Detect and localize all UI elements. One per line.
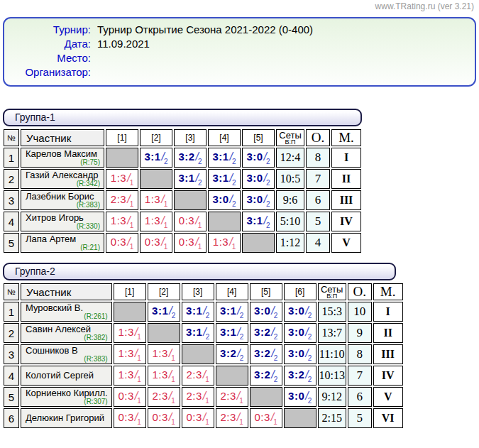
match-cell-self — [216, 366, 248, 386]
match-cell-self — [174, 190, 207, 210]
row-number: 5 — [4, 233, 19, 253]
match-cell-win: 3:0/2 — [284, 323, 316, 343]
bonus-points: 2 — [266, 222, 270, 229]
score-value: 3:1 — [186, 326, 202, 338]
bonus-points: 1 — [232, 243, 236, 251]
group-title-bar: Группа-2 — [3, 263, 396, 280]
place-cell: V — [373, 387, 403, 407]
score-bonus: /1 — [161, 236, 167, 248]
bonus-points: 2 — [164, 158, 168, 165]
participant-name: Лапа Артем — [26, 234, 100, 244]
bonus-points: 1 — [137, 376, 141, 383]
bonus-points: 1 — [137, 418, 141, 426]
participant-name: Газий Александр — [26, 170, 100, 180]
score-value: 2:3 — [220, 411, 236, 423]
match-score: 3:2/2 — [178, 151, 202, 163]
score-value: 1:3 — [145, 193, 160, 205]
group-title-bar: Группа-1 — [3, 109, 362, 126]
score-bonus: /1 — [195, 236, 202, 248]
match-score: 0:3/1 — [111, 236, 133, 248]
participant-name: Делюкин Григорий — [26, 413, 108, 423]
match-score: 3:1/2 — [220, 326, 243, 338]
match-score: 3:1/2 — [186, 326, 209, 338]
match-score: 0:3/1 — [179, 236, 202, 248]
sets-total-cell: 13:7 — [318, 323, 346, 343]
bonus-points: 1 — [171, 376, 175, 383]
match-score: 0:3/1 — [186, 411, 209, 423]
bonus-points: 2 — [266, 200, 270, 208]
match-cell-win: 3:2/2 — [250, 344, 282, 364]
tournament-info-box: Турнир: Турнир Открытие Сезона 2021-2022… — [3, 17, 476, 87]
match-cell-loss: 1:3/1 — [106, 212, 138, 231]
score-bonus: /2 — [271, 326, 277, 338]
match-score: 3:2/2 — [254, 347, 277, 359]
bonus-points: 2 — [198, 179, 202, 187]
score-value: 3:2 — [178, 151, 194, 163]
score-value: 3:1 — [178, 172, 194, 184]
col-header-round-5: [5] — [250, 283, 282, 300]
match-cell-win: 3:2/2 — [250, 366, 282, 386]
row-number: 2 — [4, 169, 19, 189]
match-score: 0:3/1 — [179, 214, 202, 226]
points-cell: 10 — [348, 302, 372, 322]
score-value: 3:1 — [220, 305, 236, 317]
player-row: 6Делюкин Григорий0:3/10:3/10:3/12:3/10:3… — [4, 408, 403, 428]
bonus-points: 2 — [232, 200, 236, 208]
match-cell-win: 3:1/2 — [140, 148, 172, 168]
participant-cell: Газий Александр(R:342) — [21, 169, 104, 189]
place-label: Место: — [11, 51, 97, 65]
bonus-points: 1 — [239, 418, 243, 426]
date-label: Дата: — [11, 37, 97, 51]
match-cell-loss: 2:3/1 — [182, 366, 214, 386]
match-cell-loss: 1:3/1 — [114, 344, 146, 364]
score-bonus: /2 — [264, 151, 270, 163]
bonus-points: 1 — [198, 243, 202, 251]
score-bonus: /1 — [169, 368, 175, 381]
player-row: 2Газий Александр(R:342)1:3/13:1/23:1/23:… — [4, 169, 361, 189]
score-bonus: /2 — [230, 193, 236, 205]
bonus-points: 1 — [239, 397, 243, 405]
match-score: 3:1/2 — [152, 305, 175, 317]
bonus-points: 1 — [205, 376, 209, 383]
participant-rating: (R:383) — [26, 356, 108, 363]
score-bonus: /2 — [237, 305, 243, 317]
match-cell-loss: 1:3/1 — [148, 344, 180, 364]
participant-cell: Колотий Сергей — [21, 366, 112, 386]
place-cell: II — [331, 169, 361, 189]
score-bonus: /1 — [161, 214, 167, 226]
participant-rating: (R:261) — [26, 313, 108, 320]
bonus-points: 2 — [274, 333, 278, 341]
match-score: 3:0/2 — [254, 305, 277, 317]
place-cell: I — [331, 148, 361, 168]
score-bonus: /2 — [237, 347, 243, 359]
score-value: 3:2 — [220, 347, 236, 359]
score-bonus: /1 — [127, 193, 133, 205]
bonus-points: 1 — [205, 397, 209, 405]
match-cell-win: 3:1/2 — [148, 302, 180, 322]
match-score: 1:3/1 — [118, 347, 141, 359]
match-score: 2:3/1 — [152, 390, 175, 402]
score-value: 3:2 — [254, 326, 270, 338]
row-number: 1 — [4, 148, 19, 168]
match-cell-loss: 0:3/1 — [182, 408, 214, 428]
row-number: 5 — [4, 387, 19, 407]
score-bonus: /2 — [196, 172, 202, 184]
score-value: 2:3 — [152, 390, 167, 402]
match-cell-loss: 0:3/1 — [250, 408, 282, 428]
bonus-points: 2 — [232, 158, 236, 165]
match-score: 0:3/1 — [254, 411, 277, 423]
row-number: 4 — [4, 366, 19, 386]
bonus-points: 2 — [240, 354, 244, 362]
bonus-points: 2 — [308, 333, 312, 341]
participant-name: Муровский В. — [26, 303, 108, 313]
score-value: 3:0 — [288, 347, 304, 359]
bonus-points: 1 — [137, 354, 141, 362]
match-score: 1:3/1 — [111, 214, 133, 226]
score-bonus: /2 — [264, 214, 270, 226]
col-header-round-3: [3] — [174, 129, 207, 146]
bonus-points: 2 — [274, 312, 278, 319]
bonus-points: 2 — [198, 158, 202, 165]
bonus-points: 2 — [206, 312, 210, 319]
participant-rating: (R:21) — [26, 244, 100, 251]
bonus-points: 2 — [232, 179, 236, 187]
